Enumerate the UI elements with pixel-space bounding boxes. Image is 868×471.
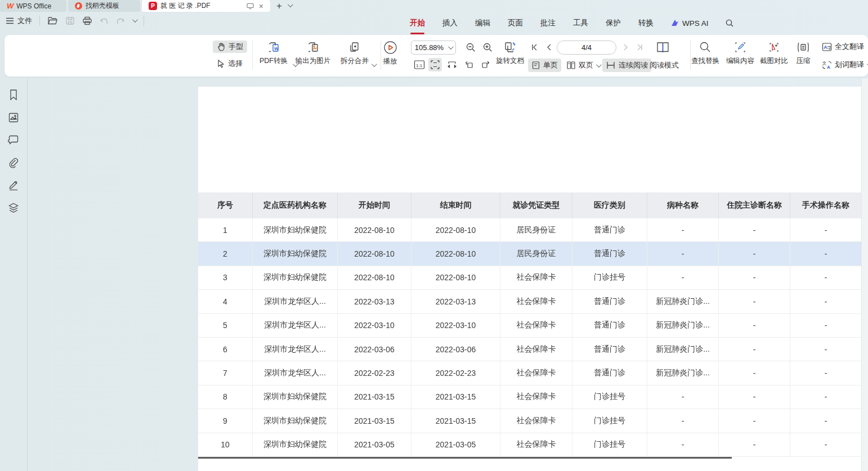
table-row: 9深圳市妇幼保健院2021-03-152021-03-15社会保障卡门诊挂号--… [198,409,861,433]
export-image-button[interactable]: 输出为图片 [289,41,337,66]
tab-docer-templates[interactable]: 找稻壳模板 [68,0,140,12]
table-cell: 3 [198,266,253,289]
split-merge-button[interactable]: 拆分合并 [333,41,377,66]
table-cell: 深圳市龙华区人... [253,338,338,361]
continuous-read-icon [606,61,616,70]
attachment-icon[interactable] [7,156,20,169]
undo-button[interactable] [100,17,109,25]
previous-page-button[interactable] [545,43,552,51]
header-cell: 就诊凭证类型 [500,192,572,218]
file-menu-button[interactable]: 文件 [6,16,32,26]
zoom-level-select[interactable]: 105.88% [411,41,456,55]
full-translation-button[interactable]: A字 全文翻译 [818,40,867,53]
menu-home[interactable]: 开始 [409,16,426,30]
table-row: 7深圳市龙华区人...2022-02-232022-02-23社会保障卡普通门诊… [198,361,861,385]
split-merge-label: 拆分合并 [341,56,369,66]
screenshot-compare-button[interactable]: 截图对比 [757,41,791,66]
toolbar-more-chevron-icon[interactable] [132,17,138,23]
table-cell: 10 [198,433,253,456]
read-mode-button[interactable]: 阅读模式 [646,59,682,72]
svg-text:W: W [274,46,279,51]
table-cell: - [719,409,790,432]
tab-document-pdf[interactable]: P 就 医 记 录 .PDF × [142,0,270,12]
table-cell: 2022-08-10 [338,266,411,289]
rotate-document-button[interactable]: 旋转文档 [491,41,529,66]
signature-icon[interactable] [7,178,20,191]
fit-page-button[interactable] [428,58,442,71]
header-cell: 病种名称 [647,192,719,218]
wps-ai-label: WPS AI [682,19,709,28]
menu-wps-ai[interactable]: WPS AI [670,19,709,28]
menu-annotate[interactable]: 批注 [540,16,556,30]
new-tab-button[interactable]: + [276,1,282,12]
last-page-button[interactable] [636,43,644,51]
ribbon-toolbar: 手型 选择 W PDF转换 输出为图片 拆分合并 播放 105.88% [5,35,868,77]
table-cell: 普通门诊 [572,218,647,241]
continuous-read-button[interactable]: 连续阅读 [602,59,651,72]
table-cell: 深圳市妇幼保健院 [253,385,338,409]
open-file-button[interactable] [47,16,58,25]
vertical-scrollbar[interactable] [861,79,868,471]
find-replace-button[interactable]: 查找替换 [688,41,723,66]
menu-page[interactable]: 页面 [507,16,524,30]
header-cell: 序号 [198,192,253,218]
comment-icon[interactable] [7,133,20,146]
play-button[interactable]: 播放 [377,41,403,66]
table-cell: - [719,314,790,337]
single-page-button[interactable]: 单页 [528,59,561,72]
print-button[interactable] [82,16,92,25]
table-cell: - [790,242,861,265]
rotate-left-button[interactable] [462,59,476,71]
rotate-right-button[interactable] [479,59,493,71]
table-cell: - [647,242,719,265]
table-row: 3深圳市妇幼保健院2022-08-102022-08-10社会保障卡门诊挂号--… [198,266,861,290]
table-cell: - [790,338,861,361]
table-cell: 2022-03-10 [338,314,411,337]
table-cell: 1 [198,218,253,241]
tab-wps-office[interactable]: W WPS Office [0,0,66,12]
tab-list-chevron-icon[interactable] [288,2,293,7]
monitor-icon[interactable] [247,3,254,10]
redo-button[interactable] [116,17,125,25]
table-cell: 深圳市妇幼保健院 [253,242,338,265]
hand-tool-button[interactable]: 手型 [213,41,247,53]
table-cell: 门诊挂号 [572,385,647,409]
double-page-chevron-icon [596,62,602,68]
full-translation-label: 全文翻译 [835,42,864,52]
menu-protect[interactable]: 保护 [605,16,621,30]
table-cell: 门诊挂号 [572,433,647,456]
page-number-input[interactable]: 4/4 [557,41,616,55]
table-row: 6深圳市龙华区人...2022-03-062022-03-06社会保障卡普通门诊… [198,338,861,361]
table-cell: 深圳市妇幼保健院 [253,218,338,241]
layers-icon[interactable] [7,201,20,214]
menu-search-button[interactable] [725,19,734,28]
table-cell: 深圳市龙华区人... [253,314,338,337]
table-cell: - [719,433,790,456]
search-icon [725,19,734,28]
double-page-button[interactable]: 双页 [563,59,603,72]
actual-size-button[interactable]: 1:1 [413,59,426,71]
edit-content-button[interactable]: 编辑内容 [723,41,758,66]
menu-insert[interactable]: 插入 [442,16,458,30]
pdf-convert-label: PDF转换 [259,56,288,66]
word-translation-button[interactable]: 文A 划词翻译 [818,58,868,71]
table-row: 1深圳市妇幼保健院2022-08-102022-08-10居民身份证普通门诊--… [198,218,861,242]
svg-text:A: A [827,65,830,70]
save-button[interactable] [65,16,75,25]
table-cell: 2022-08-10 [411,218,500,241]
menu-convert[interactable]: 转换 [638,16,654,30]
close-icon[interactable]: × [259,2,263,11]
table-cell: 2022-03-06 [411,338,500,361]
bookmark-icon[interactable] [7,88,20,101]
menu-edit[interactable]: 编辑 [475,16,491,30]
compress-button[interactable]: 压缩 [790,41,816,66]
zoom-out-button[interactable] [466,42,476,53]
select-tool-button[interactable]: 选择 [213,57,247,70]
first-page-button[interactable] [530,43,538,51]
thumbnail-icon[interactable] [7,111,20,124]
pdf-page[interactable]: 序号定点医药机构名称开始时间结束时间就诊凭证类型医疗类别病种名称住院主诊断名称手… [198,87,861,471]
fit-width-button[interactable] [445,59,459,71]
next-page-button[interactable] [623,43,629,51]
table-cell: 2022-03-06 [338,338,411,361]
menu-tools[interactable]: 工具 [572,16,589,30]
